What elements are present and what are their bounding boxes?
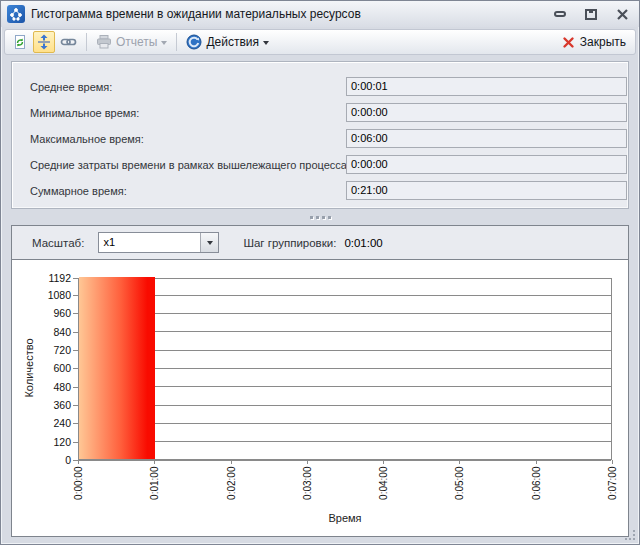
chart-area: 0120240360480600720840960108011920:00:00…	[12, 260, 628, 536]
x-tick-mark	[536, 460, 537, 464]
x-tick-label: 0:02:00	[225, 467, 236, 511]
expand-collapse-splitter-icon	[36, 34, 52, 50]
y-grid-line	[79, 295, 611, 296]
close-icon	[616, 9, 629, 20]
y-tick-mark	[73, 442, 78, 443]
y-tick-label: 960	[29, 307, 71, 319]
scale-combobox-button[interactable]	[200, 233, 218, 252]
y-tick-mark	[73, 387, 78, 388]
histogram-bar	[79, 277, 155, 459]
y-tick-mark	[73, 278, 78, 279]
x-tick-mark	[459, 460, 460, 464]
minimize-button[interactable]	[551, 6, 569, 22]
y-grid-line	[79, 386, 611, 387]
toolbar-separator	[176, 33, 177, 51]
stat-row-total: Суммарное время: 0:21:00	[12, 179, 628, 205]
x-tick-mark	[78, 460, 79, 464]
y-grid-line	[79, 441, 611, 442]
actions-dropdown-button[interactable]: Действия	[183, 31, 272, 53]
stat-row-parent-process: Средние затраты времени в рамках вышележ…	[12, 153, 628, 179]
printer-icon	[96, 34, 112, 50]
y-grid-line	[79, 278, 611, 279]
x-tick-label: 0:07:00	[607, 467, 618, 511]
scale-label: Масштаб:	[32, 237, 84, 249]
y-tick-label: 600	[29, 362, 71, 374]
app-icon	[7, 5, 25, 23]
x-tick-label: 0:00:00	[73, 467, 84, 511]
toolbar: Отчеты Действия Закрыть	[4, 29, 636, 55]
horizontal-splitter[interactable]	[1, 209, 639, 225]
actions-label: Действия	[206, 35, 259, 49]
y-grid-line	[79, 423, 611, 424]
chevron-down-icon	[207, 241, 213, 245]
y-tick-label: 240	[29, 417, 71, 429]
y-axis-label: Количество	[23, 308, 35, 428]
y-tick-mark	[73, 313, 78, 314]
scale-combobox[interactable]: x1	[98, 232, 219, 253]
stat-row-average: Среднее время: 0:00:01	[12, 75, 628, 101]
y-grid-line	[79, 460, 611, 461]
y-grid-line	[79, 368, 611, 369]
toolbar-separator	[86, 33, 87, 51]
actions-circle-icon	[186, 34, 202, 50]
maximize-button[interactable]	[582, 6, 600, 22]
y-tick-mark	[73, 368, 78, 369]
stat-row-minimum: Минимальное время: 0:00:00	[12, 101, 628, 127]
red-x-icon	[562, 36, 575, 49]
y-tick-mark	[73, 332, 78, 333]
x-tick-label: 0:03:00	[301, 467, 312, 511]
close-button[interactable]: Закрыть	[559, 31, 629, 53]
x-tick-label: 0:04:00	[378, 467, 389, 511]
scale-combobox-value: x1	[99, 233, 200, 252]
x-tick-mark	[307, 460, 308, 464]
stat-label: Суммарное время:	[30, 185, 127, 197]
stat-row-maximum: Максимальное время: 0:06:00	[12, 127, 628, 153]
y-tick-label: 120	[29, 436, 71, 448]
x-tick-label: 0:05:00	[454, 467, 465, 511]
x-tick-mark	[154, 460, 155, 464]
x-axis-label: Время	[78, 512, 612, 524]
y-tick-mark	[73, 295, 78, 296]
dialog-window: Гистограмма времени в ожидании материаль…	[0, 0, 640, 545]
stat-label: Средние затраты времени в рамках вышележ…	[30, 159, 350, 171]
window-title: Гистограмма времени в ожидании материаль…	[31, 7, 361, 21]
fit-splitter-toggle[interactable]	[33, 31, 55, 53]
link-button[interactable]	[57, 31, 80, 53]
minimum-time-field[interactable]: 0:00:00	[346, 103, 627, 122]
y-tick-label: 1080	[29, 289, 71, 301]
y-tick-label: 0	[29, 454, 71, 466]
average-time-field[interactable]: 0:00:01	[346, 77, 627, 96]
maximum-time-field[interactable]: 0:06:00	[346, 129, 627, 148]
plot-area	[78, 278, 612, 460]
reports-dropdown-button[interactable]: Отчеты	[93, 31, 170, 53]
y-tick-mark	[73, 350, 78, 351]
resize-grip[interactable]	[624, 529, 636, 541]
refresh-button[interactable]	[9, 31, 31, 53]
actions-dropdown-arrow-icon	[263, 41, 269, 45]
x-tick-mark	[612, 460, 613, 464]
scale-controls-row: Масштаб: x1 Шаг группировки: 0:01:00	[12, 226, 628, 260]
y-grid-line	[79, 350, 611, 351]
minimize-icon	[554, 11, 566, 17]
parent-process-time-field[interactable]: 0:00:00	[346, 155, 627, 174]
reports-label: Отчеты	[116, 35, 157, 49]
refresh-document-icon	[12, 34, 28, 50]
stats-panel: Среднее время: 0:00:01 Минимальное время…	[11, 61, 629, 209]
close-label: Закрыть	[580, 35, 626, 49]
y-grid-line	[79, 313, 611, 314]
y-tick-mark	[73, 423, 78, 424]
y-tick-label: 480	[29, 381, 71, 393]
chain-link-icon	[60, 34, 77, 50]
total-time-field[interactable]: 0:21:00	[346, 181, 627, 200]
y-grid-line	[79, 331, 611, 332]
stat-label: Среднее время:	[30, 81, 112, 93]
stat-label: Максимальное время:	[30, 133, 144, 145]
y-tick-label: 720	[29, 344, 71, 356]
close-window-button[interactable]	[613, 6, 631, 22]
title-bar: Гистограмма времени в ожидании материаль…	[1, 1, 639, 27]
y-tick-label: 1192	[29, 272, 71, 284]
x-tick-label: 0:06:00	[530, 467, 541, 511]
x-tick-mark	[231, 460, 232, 464]
reports-dropdown-arrow-icon	[161, 41, 167, 45]
grouping-step-value: 0:01:00	[344, 237, 382, 249]
